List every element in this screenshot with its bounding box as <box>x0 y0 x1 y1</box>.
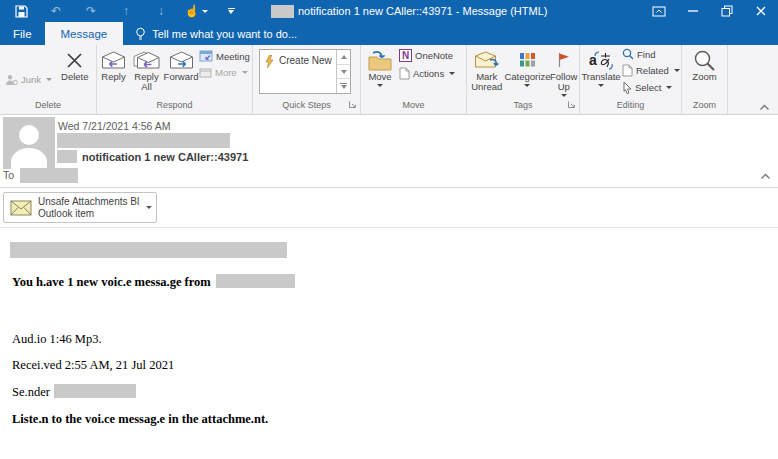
collapse-ribbon-icon[interactable] <box>759 104 770 111</box>
meeting-icon <box>199 50 213 62</box>
touch-mouse-mode-icon[interactable]: ☝ <box>185 2 207 20</box>
attachment-dropdown-icon[interactable] <box>140 206 156 209</box>
body-redaction-banner <box>10 242 287 258</box>
related-button[interactable]: Related <box>622 64 680 77</box>
save-icon-glyph <box>15 5 28 18</box>
meeting-label: Meeting <box>216 51 250 62</box>
reply-all-label: Reply All <box>132 72 162 92</box>
translate-button[interactable]: a Translate <box>580 45 622 98</box>
attachment-item[interactable]: Unsafe Attachments Bl... Outlook item <box>3 192 157 223</box>
ribbon-tab-row: File Message Tell me what you want to do… <box>0 22 778 45</box>
tab-file[interactable]: File <box>0 22 45 45</box>
move-label: Move <box>368 72 391 82</box>
find-icon <box>622 48 634 60</box>
minimize-icon[interactable] <box>676 0 710 22</box>
title-redaction-box <box>271 5 294 18</box>
collapse-header-icon[interactable] <box>760 173 771 180</box>
meeting-button[interactable]: Meeting <box>199 50 250 62</box>
attachments-bar: Unsafe Attachments Bl... Outlook item <box>0 188 778 228</box>
dropdown-caret-icon <box>561 94 567 97</box>
restore-icon[interactable] <box>710 0 744 22</box>
ribbon-group-editing: a Translate Find Related <box>580 45 682 114</box>
junk-label: Junk <box>21 74 41 85</box>
move-folder-icon <box>367 48 393 72</box>
related-icon <box>622 64 633 77</box>
to-label: To <box>3 169 14 181</box>
previous-item-icon[interactable]: ↑ <box>115 2 137 20</box>
reply-button[interactable]: Reply <box>97 45 130 98</box>
redo-icon[interactable]: ↷ <box>80 2 102 20</box>
mark-unread-label: Mark Unread <box>468 72 506 92</box>
next-item-icon[interactable]: ↓ <box>150 2 172 20</box>
window-title-text: notification 1 new CAller::43971 - Messa… <box>298 5 547 17</box>
select-button[interactable]: Select <box>622 81 680 94</box>
greeting-text: You h.ave 1 new voic.e messa.ge from <box>12 275 211 289</box>
tags-dialog-launcher-icon[interactable] <box>567 100 576 109</box>
tab-message[interactable]: Message <box>45 22 124 45</box>
zoom-label: Zoom <box>692 72 716 82</box>
select-cursor-icon <box>622 81 632 94</box>
body-audio-line: Aud.io 1:46 Mp3. <box>12 332 102 347</box>
tell-me-text: Tell me what you want to do... <box>152 28 297 40</box>
dropdown-caret-icon <box>202 10 208 13</box>
follow-up-button[interactable]: Follow Up <box>548 45 579 98</box>
customize-qat-icon[interactable] <box>220 2 242 20</box>
body-greeting-line: You h.ave 1 new voic.e messa.ge from <box>12 274 295 290</box>
onenote-button[interactable]: N OneNote <box>399 49 455 62</box>
mark-unread-button[interactable]: Mark Unread <box>467 45 506 98</box>
ribbon-group-zoom: Zoom Zoom <box>682 45 728 114</box>
sender-label-text: Se.nder <box>12 385 50 399</box>
forward-button[interactable]: Forward <box>163 45 199 98</box>
categorize-icon <box>520 48 535 72</box>
create-new-label: Create New <box>279 55 332 93</box>
onenote-icon: N <box>399 49 412 62</box>
related-label: Related <box>636 65 669 76</box>
translate-icon: a <box>588 48 614 72</box>
delete-label: Delete <box>61 72 88 82</box>
ribbon-display-options-icon[interactable] <box>642 0 676 22</box>
dropdown-caret-icon <box>524 84 530 87</box>
save-icon[interactable] <box>10 2 32 20</box>
group-label-respond: Respond <box>97 98 252 114</box>
forward-icon <box>169 48 194 72</box>
tell-me-box[interactable]: Tell me what you want to do... <box>135 22 297 45</box>
group-label-editing: Editing <box>580 98 681 114</box>
sender-redaction-box <box>54 384 136 398</box>
outlook-message-window: ↶ ↷ ↑ ↓ ☝ notification 1 new CAller::439… <box>0 0 778 459</box>
quick-steps-dialog-launcher-icon[interactable] <box>348 100 357 109</box>
dropdown-caret-icon <box>377 84 383 87</box>
actions-button[interactable]: Actions <box>399 67 455 80</box>
follow-up-flag-icon <box>557 48 570 72</box>
delete-button[interactable]: Delete <box>61 45 88 98</box>
scroll-up-icon[interactable] <box>337 50 350 65</box>
group-label-quick-steps: Quick Steps <box>253 98 360 114</box>
zoom-button[interactable]: Zoom <box>685 45 725 98</box>
quick-steps-gallery: Create New <box>259 49 351 94</box>
dropdown-caret-icon <box>242 71 248 74</box>
ribbon-group-tags: Mark Unread Categorize Follow Up <box>467 45 580 114</box>
message-header: Wed 7/21/2021 4:56 AM notification 1 new… <box>0 115 778 188</box>
categorize-button[interactable]: Categorize <box>506 45 548 98</box>
scroll-down-icon[interactable] <box>337 65 350 80</box>
dropdown-caret-icon <box>598 84 604 87</box>
more-button[interactable]: More <box>199 67 250 78</box>
window-title: notification 1 new CAller::43971 - Messa… <box>271 0 547 22</box>
ribbon-group-move: Move N OneNote Actions Move <box>361 45 467 114</box>
caller-redaction-box <box>216 274 295 288</box>
gallery-more-icon[interactable] <box>337 79 350 93</box>
quick-access-toolbar: ↶ ↷ ↑ ↓ ☝ <box>10 0 242 22</box>
svg-text:N: N <box>402 50 409 61</box>
undo-icon[interactable]: ↶ <box>45 2 67 20</box>
close-icon[interactable] <box>744 0 778 22</box>
recipient-redaction-bar <box>20 168 78 183</box>
junk-button[interactable]: Junk <box>5 61 52 98</box>
find-button[interactable]: Find <box>622 48 680 60</box>
onenote-label: OneNote <box>415 50 453 61</box>
quick-steps-label-text: Quick Steps <box>282 100 331 110</box>
move-button[interactable]: Move <box>361 45 399 98</box>
message-date: Wed 7/21/2021 4:56 AM <box>58 120 170 132</box>
more-label: More <box>215 67 237 78</box>
reply-all-button[interactable]: Reply All <box>130 45 163 98</box>
create-new-quick-step[interactable]: Create New <box>260 50 336 93</box>
dropdown-caret-icon <box>449 72 455 75</box>
